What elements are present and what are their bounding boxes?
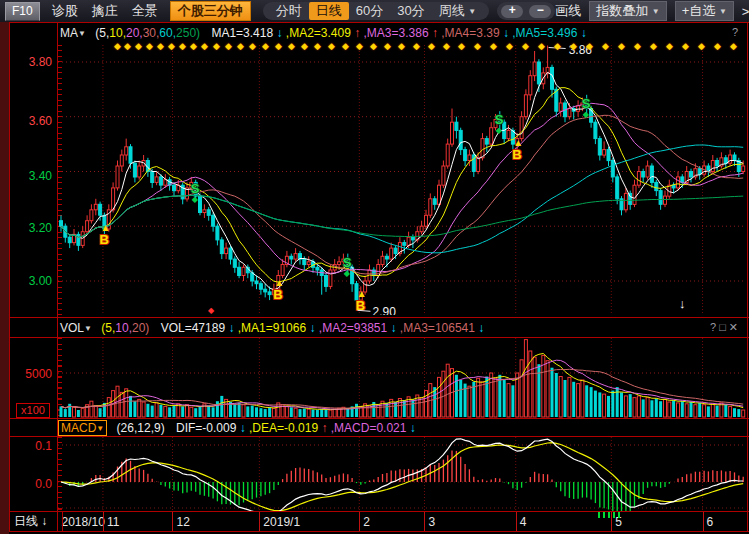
f10-button[interactable]: F10 <box>5 2 40 21</box>
trend-arrow-icon: ↑ <box>318 421 331 435</box>
event-diamond-icon[interactable]: ◆ <box>213 41 220 51</box>
event-diamond-icon[interactable]: ◆ <box>634 41 641 51</box>
event-diamond-icon[interactable]: ◆ <box>328 41 335 51</box>
event-diamond-icon[interactable]: ◆ <box>168 41 175 51</box>
ma-param: 250) <box>176 26 200 40</box>
event-diamond-icon[interactable]: ◆ <box>730 41 737 51</box>
event-diamond-icon[interactable]: ◆ <box>262 41 269 51</box>
event-diamond-icon[interactable]: ◆ <box>506 41 513 51</box>
trend-arrow-icon: ↑ <box>429 26 442 40</box>
vol-value: ,MA2=93851 <box>319 321 387 335</box>
price-tick-label: 3.80 <box>6 55 52 69</box>
chevron-down-icon: ▼ <box>719 7 727 16</box>
vol-value: ,MA3=106541 <box>400 321 475 335</box>
event-diamond-icon[interactable]: ◆ <box>650 41 657 51</box>
event-diamond-icon[interactable]: ◆ <box>538 41 545 51</box>
main-pane-help-icon[interactable]: ? <box>732 26 741 38</box>
period-tab-30分[interactable]: 30分 <box>390 2 431 20</box>
event-diamond-icon[interactable]: ◆ <box>522 41 529 51</box>
volume-chart[interactable] <box>58 338 746 422</box>
collapse-panel-icon[interactable]: >| <box>742 4 749 19</box>
period-tab-周线[interactable]: 周线 ▼ <box>432 2 484 20</box>
maximize-icon[interactable]: □ <box>719 321 729 333</box>
frame-right-line <box>747 22 748 532</box>
event-diamond-icon[interactable]: ◆ <box>225 41 232 51</box>
event-diamond-icon[interactable]: ◆ <box>201 41 208 51</box>
macd-param: (26,12,9) <box>117 421 165 435</box>
help-icon[interactable]: ? <box>732 26 741 38</box>
event-diamond-icon[interactable]: ◆ <box>301 41 308 51</box>
sell-signal-marker: S <box>343 255 352 270</box>
event-diamond-icon[interactable]: ◆ <box>666 41 673 51</box>
toolbar-right-group: 画线 指数叠加 ▼ +自选 ▼ >| <box>555 1 749 21</box>
event-diamond-icon[interactable]: ◆ <box>179 41 186 51</box>
price-tick-label: 3.20 <box>6 221 52 235</box>
event-diamond-icon[interactable]: ◆ <box>570 41 577 51</box>
main-candlestick-chart[interactable]: ▲BS◆▲BS◆▲BS◆▲BS◆3.862.90↓◆ <box>58 45 746 319</box>
event-diamond-icon[interactable]: ◆ <box>398 41 405 51</box>
period-tab-60分[interactable]: 60分 <box>349 2 390 20</box>
add-watchlist-dropdown[interactable]: +自选 ▼ <box>675 1 734 21</box>
event-diamond-icon[interactable]: ◆ <box>618 41 625 51</box>
trend-arrow-icon: ↓ <box>406 421 415 435</box>
zoom-in-button[interactable]: + <box>501 5 523 18</box>
event-diamond-icon[interactable]: ◆ <box>190 41 197 51</box>
ma-value: ,MA3=3.386 <box>364 26 429 40</box>
event-diamond-icon[interactable]: ◆ <box>714 41 721 51</box>
event-diamond-icon[interactable]: ◆ <box>356 41 363 51</box>
stock-3min-button[interactable]: 个股三分钟 <box>170 1 251 21</box>
vol-dropdown[interactable]: VOL▼ <box>60 321 92 335</box>
event-diamond-icon[interactable]: ◆ <box>124 41 131 51</box>
close-icon[interactable]: ✕ <box>729 321 741 333</box>
event-diamond-icon[interactable]: ◆ <box>384 41 391 51</box>
event-diamond-icon[interactable]: ◆ <box>698 41 705 51</box>
red-diamond-marker: ◆ <box>208 306 215 315</box>
event-diamond-icon[interactable]: ◆ <box>682 41 689 51</box>
event-diamond-icon[interactable]: ◆ <box>602 41 609 51</box>
tab-qinzhuang[interactable]: 擒庄 <box>90 2 120 20</box>
vol-pane-icons[interactable]: ?□✕ <box>710 321 741 334</box>
macd-params: (26,12,9) <box>117 421 165 435</box>
event-diamond-icon[interactable]: ◆ <box>146 41 153 51</box>
event-diamond-icon[interactable]: ◆ <box>135 41 142 51</box>
event-diamond-icon[interactable]: ◆ <box>342 41 349 51</box>
event-diamond-icon[interactable]: ◆ <box>288 41 295 51</box>
event-diamond-icon[interactable]: ◆ <box>554 41 561 51</box>
macd-value: ,DEA=-0.019 <box>249 421 318 435</box>
event-diamond-icon[interactable]: ◆ <box>443 41 450 51</box>
event-diamond-icon[interactable]: ◆ <box>428 41 435 51</box>
sell-signal-marker: S <box>495 112 504 127</box>
month-label: 2018/10 <box>62 515 105 529</box>
event-diamond-icon[interactable]: ◆ <box>249 41 256 51</box>
period-indicator[interactable]: 日线 ↓ <box>9 512 63 531</box>
ma-dropdown[interactable]: MA▼ <box>60 26 86 40</box>
sell-diamond-icon: ◆ <box>344 269 351 278</box>
event-diamond-icon[interactable]: ◆ <box>370 41 377 51</box>
event-diamond-icon[interactable]: ◆ <box>458 41 465 51</box>
arrow-down-icon: ↓ <box>41 514 47 528</box>
index-overlay-dropdown[interactable]: 指数叠加 ▼ <box>589 1 667 21</box>
vol-indicator-header: VOL▼ (5,10,20) VOL=47189 ↓ ,MA1=91066 ↓ … <box>60 321 484 335</box>
period-tab-日线[interactable]: 日线 <box>309 2 349 20</box>
macd-chart[interactable] <box>58 437 746 515</box>
tab-panorama[interactable]: 全景 <box>130 2 160 20</box>
zoom-out-button[interactable]: − <box>529 5 551 18</box>
event-diamond-icon[interactable]: ◆ <box>237 41 244 51</box>
trend-arrow-icon: ↓ <box>475 321 484 335</box>
event-diamond-icon[interactable]: ◆ <box>413 41 420 51</box>
event-diamond-icon[interactable]: ◆ <box>474 41 481 51</box>
period-tab-分时[interactable]: 分时 <box>269 2 309 20</box>
help-icon[interactable]: ? <box>710 321 719 333</box>
event-diamond-icon[interactable]: ◆ <box>275 41 282 51</box>
event-diamond-icon[interactable]: ◆ <box>114 41 121 51</box>
top-toolbar: F10 诊股 擒庄 全景 个股三分钟 分时日线60分30分周线 ▼ + − 画线… <box>0 0 749 22</box>
macd-dropdown[interactable]: MACD▼ <box>58 420 107 436</box>
event-diamond-icon[interactable]: ◆ <box>314 41 321 51</box>
tab-diagnose-stock[interactable]: 诊股 <box>50 2 80 20</box>
event-diamond-icon[interactable]: ◆ <box>586 41 593 51</box>
ma-param: 10, <box>109 26 126 40</box>
draw-line-button[interactable]: 画线 <box>555 2 581 20</box>
event-diamond-icon[interactable]: ◆ <box>157 41 164 51</box>
event-diamond-icon[interactable]: ◆ <box>490 41 497 51</box>
macd-axis-label: 0.1 <box>6 439 52 453</box>
